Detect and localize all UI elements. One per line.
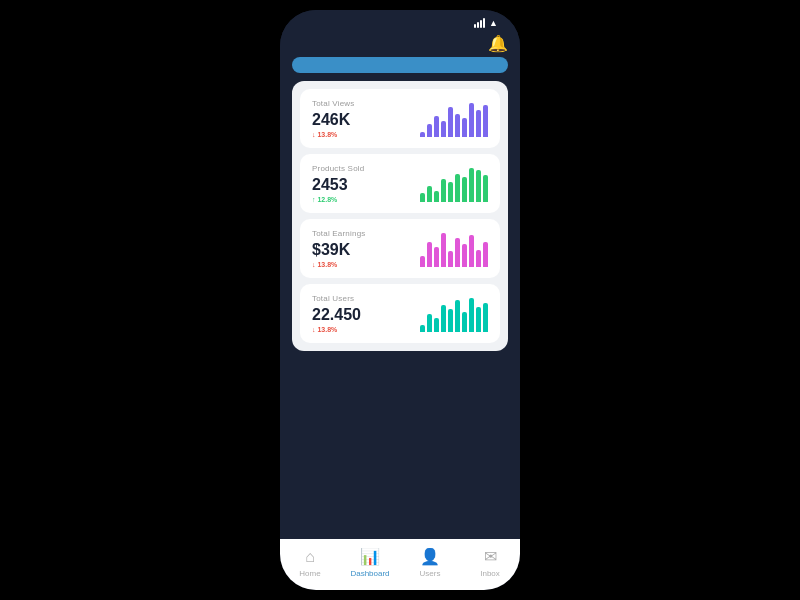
home-label: Home — [299, 569, 320, 578]
chart-bar — [455, 238, 460, 267]
nav-item-inbox[interactable]: ✉ Inbox — [460, 547, 520, 578]
chart-bar — [441, 121, 446, 137]
chart-bar — [483, 242, 488, 267]
stat-change: ↑ 12.8% — [312, 196, 364, 203]
stat-label: Products Sold — [312, 164, 364, 173]
users-label: Users — [420, 569, 441, 578]
mini-chart-total-views — [420, 101, 488, 137]
bell-area: 🔔 — [280, 32, 520, 57]
chart-bar — [469, 298, 474, 332]
phone-frame: ▲ 🔔 Total Views 246K ↓ 13.8% Products So… — [280, 10, 520, 590]
chart-bar — [462, 244, 467, 267]
chart-bar — [420, 193, 425, 202]
chart-bar — [455, 114, 460, 137]
mini-chart-total-earnings — [420, 231, 488, 267]
stat-value: $39K — [312, 241, 366, 259]
signal-icon — [474, 18, 485, 28]
chart-bar — [462, 177, 467, 202]
stat-card-total-users: Total Users 22.450 ↓ 13.8% — [300, 284, 500, 343]
chart-bar — [448, 182, 453, 202]
chart-bar — [420, 325, 425, 332]
chart-bar — [434, 191, 439, 202]
stat-value: 22.450 — [312, 306, 361, 324]
inbox-icon: ✉ — [484, 547, 497, 566]
stat-change: ↓ 13.8% — [312, 326, 361, 333]
dashboard-icon: 📊 — [360, 547, 380, 566]
chart-bar — [483, 105, 488, 137]
chart-bar — [483, 175, 488, 202]
chart-bar — [427, 124, 432, 137]
stat-left-total-earnings: Total Earnings $39K ↓ 13.8% — [312, 229, 366, 268]
chart-bar — [427, 186, 432, 202]
stat-value: 2453 — [312, 176, 364, 194]
stat-value: 246K — [312, 111, 355, 129]
chart-bar — [427, 242, 432, 267]
stat-left-total-views: Total Views 246K ↓ 13.8% — [312, 99, 355, 138]
home-icon: ⌂ — [305, 548, 315, 566]
stat-label: Total Users — [312, 294, 361, 303]
status-icons: ▲ — [474, 18, 502, 28]
chart-bar — [448, 251, 453, 267]
wifi-icon: ▲ — [489, 18, 498, 28]
chart-bar — [462, 118, 467, 137]
main-content: Total Views 246K ↓ 13.8% Products Sold 2… — [280, 73, 520, 539]
chart-bar — [441, 233, 446, 267]
stat-label: Total Views — [312, 99, 355, 108]
chart-bar — [469, 235, 474, 267]
bell-icon[interactable]: 🔔 — [488, 34, 508, 53]
bottom-nav: ⌂ Home 📊 Dashboard 👤 Users ✉ Inbox — [280, 539, 520, 590]
chart-bar — [441, 305, 446, 332]
inbox-label: Inbox — [480, 569, 500, 578]
dashboard-label: Dashboard — [350, 569, 389, 578]
chart-bar — [455, 174, 460, 202]
chart-bar — [476, 110, 481, 137]
chart-bar — [420, 256, 425, 267]
chart-bar — [434, 116, 439, 137]
stat-card-products-sold: Products Sold 2453 ↑ 12.8% — [300, 154, 500, 213]
chart-bar — [434, 247, 439, 267]
mini-chart-total-users — [420, 296, 488, 332]
chart-bar — [469, 168, 474, 202]
nav-item-dashboard[interactable]: 📊 Dashboard — [340, 547, 400, 578]
stat-label: Total Earnings — [312, 229, 366, 238]
chart-bar — [476, 170, 481, 202]
chart-bar — [434, 318, 439, 332]
chart-bar — [462, 312, 467, 332]
chart-bar — [448, 107, 453, 137]
users-icon: 👤 — [420, 547, 440, 566]
chart-bar — [455, 300, 460, 332]
stat-change: ↓ 13.8% — [312, 261, 366, 268]
nav-item-home[interactable]: ⌂ Home — [280, 548, 340, 578]
chart-bar — [448, 309, 453, 332]
chart-bar — [483, 303, 488, 332]
stat-left-products-sold: Products Sold 2453 ↑ 12.8% — [312, 164, 364, 203]
chart-bar — [476, 250, 481, 267]
chart-bar — [476, 307, 481, 332]
mini-chart-products-sold — [420, 166, 488, 202]
status-bar: ▲ — [280, 10, 520, 32]
stat-left-total-users: Total Users 22.450 ↓ 13.8% — [312, 294, 361, 333]
stat-card-total-earnings: Total Earnings $39K ↓ 13.8% — [300, 219, 500, 278]
chart-bar — [441, 179, 446, 202]
chart-bar — [420, 132, 425, 137]
cards-wrapper: Total Views 246K ↓ 13.8% Products Sold 2… — [292, 81, 508, 351]
stat-card-total-views: Total Views 246K ↓ 13.8% — [300, 89, 500, 148]
chart-bar — [469, 103, 474, 137]
chart-bar — [427, 314, 432, 332]
page-header — [292, 57, 508, 73]
nav-item-users[interactable]: 👤 Users — [400, 547, 460, 578]
stat-change: ↓ 13.8% — [312, 131, 355, 138]
